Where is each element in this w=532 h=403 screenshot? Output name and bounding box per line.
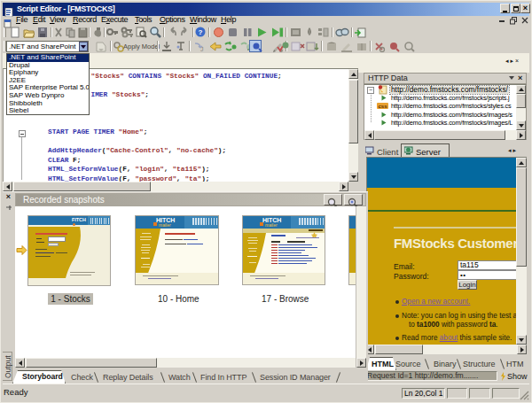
svg-text:J: J	[200, 46, 204, 52]
svg-text:css: css	[378, 104, 387, 109]
svg-text:?: ?	[199, 28, 203, 36]
